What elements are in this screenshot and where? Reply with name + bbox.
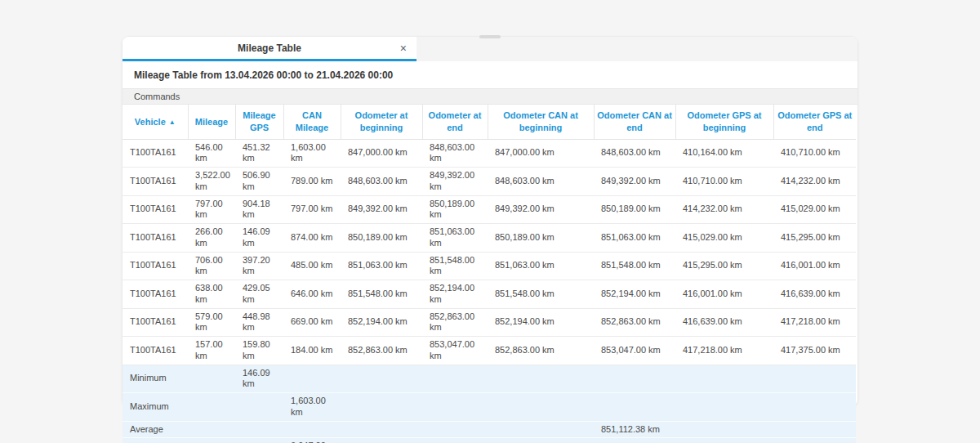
- table-cell: 849,392.00 km: [341, 195, 422, 224]
- table-row[interactable]: T100TA161797.00 km904.18 km797.00 km849,…: [122, 195, 856, 224]
- table-cell: 851,548.00 km: [488, 280, 594, 309]
- table-cell: 6,802,852.00 km: [488, 438, 594, 443]
- table-row[interactable]: T100TA1613,522.00 km506.90 km789.00 km84…: [122, 168, 856, 196]
- column-header-mileage-gps[interactable]: Mileage GPS: [235, 105, 283, 139]
- table-cell: [235, 438, 283, 443]
- table-cell: 159.80 km: [235, 337, 283, 365]
- table-row[interactable]: T100TA161546.00 km451.32 km1,603.00 km84…: [122, 139, 856, 168]
- table-cell: 157.00 km: [188, 337, 235, 365]
- table-cell: 414,232.00 km: [773, 168, 856, 196]
- vehicle-cell: T100TA161: [122, 224, 188, 253]
- table-cell: 852,194.00 km: [594, 280, 675, 309]
- table-cell: 417,375.00 km: [773, 337, 856, 365]
- table-cell: [188, 421, 235, 438]
- table-cell: 6,047.00 km: [283, 438, 341, 443]
- table-cell: 851,063.00 km: [422, 224, 488, 253]
- table-cell: 850,189.00 km: [594, 195, 675, 224]
- vehicle-cell: T100TA161: [122, 139, 188, 168]
- column-header-label: Odometer GPS at end: [777, 110, 852, 132]
- table-body: T100TA161546.00 km451.32 km1,603.00 km84…: [122, 139, 856, 443]
- table-cell: [675, 365, 773, 393]
- table-cell: 410,710.00 km: [773, 139, 856, 168]
- column-header-label: Odometer GPS at beginning: [687, 110, 761, 132]
- column-header-odometer-can-at-end[interactable]: Odometer CAN at end: [594, 105, 675, 139]
- table-cell: 506.90 km: [235, 168, 283, 196]
- column-header-mileage[interactable]: Mileage: [188, 105, 235, 139]
- table-cell: 850,189.00 km: [422, 195, 488, 224]
- sort-ascending-icon: ▲: [169, 119, 176, 126]
- column-header-label: Odometer at end: [429, 110, 482, 132]
- table-cell: [422, 421, 488, 438]
- table-cell: 849,392.00 km: [594, 168, 675, 196]
- column-header-odometer-at-end[interactable]: Odometer at end: [422, 105, 488, 139]
- table-row[interactable]: T100TA161579.00 km448.98 km669.00 km852,…: [122, 308, 856, 337]
- tab-bar: Mileage Table ×: [122, 37, 858, 61]
- mileage-table: Vehicle▲MileageMileage GPSCAN MileageOdo…: [122, 105, 856, 443]
- table-cell: 849,392.00 km: [488, 195, 594, 224]
- column-header-odometer-gps-at-end[interactable]: Odometer GPS at end: [773, 105, 856, 139]
- table-cell: 146.09 km: [235, 365, 283, 393]
- table-cell: [488, 421, 594, 438]
- column-header-can-mileage[interactable]: CAN Mileage: [283, 105, 341, 139]
- table-row[interactable]: T100TA161638.00 km429.05 km646.00 km851,…: [122, 280, 856, 309]
- table-row[interactable]: T100TA161706.00 km397.20 km485.00 km851,…: [122, 252, 856, 280]
- column-header-label: Vehicle: [135, 117, 166, 127]
- table-cell: [488, 393, 594, 422]
- table-cell: [341, 365, 422, 393]
- table-cell: [188, 393, 235, 422]
- column-header-odometer-can-at-beginning[interactable]: Odometer CAN at beginning: [488, 105, 594, 139]
- table-cell: [773, 421, 856, 438]
- table-cell: 852,194.00 km: [422, 280, 488, 309]
- table-cell: 266.00 km: [188, 224, 235, 253]
- column-header-label: Mileage GPS: [243, 110, 275, 132]
- table-cell: [773, 393, 856, 422]
- close-icon[interactable]: ×: [400, 43, 407, 54]
- table-cell: 904.18 km: [235, 195, 283, 224]
- column-header-odometer-gps-at-beginning[interactable]: Odometer GPS at beginning: [675, 105, 773, 139]
- table-cell: 848,603.00 km: [488, 168, 594, 196]
- table-cell: 184.00 km: [283, 337, 341, 365]
- table-cell: 850,189.00 km: [341, 224, 422, 253]
- column-header-vehicle[interactable]: Vehicle▲: [122, 105, 188, 139]
- commands-bar[interactable]: Commands: [122, 88, 858, 105]
- table-cell: 853,047.00 km: [594, 337, 675, 365]
- summary-row-average: Average851,112.38 km: [122, 421, 856, 438]
- vehicle-cell: T100TA161: [122, 168, 188, 196]
- vehicle-cell: T100TA161: [122, 252, 188, 280]
- table-cell: 852,863.00 km: [422, 308, 488, 337]
- tab-mileage-table[interactable]: Mileage Table ×: [122, 37, 416, 61]
- column-header-odometer-at-beginning[interactable]: Odometer at beginning: [341, 105, 422, 139]
- row-label: Maximum: [122, 393, 188, 422]
- column-header-label: Odometer at beginning: [355, 110, 408, 132]
- table-cell: 579.00 km: [188, 308, 235, 337]
- table-cell: 416,001.00 km: [773, 252, 856, 280]
- table-cell: 851,548.00 km: [422, 252, 488, 280]
- drag-handle[interactable]: [479, 35, 501, 38]
- table-cell: 852,194.00 km: [488, 308, 594, 337]
- table-cell: 850,189.00 km: [488, 224, 594, 253]
- table-cell: 415,295.00 km: [675, 252, 773, 280]
- header-row: Vehicle▲MileageMileage GPSCAN MileageOdo…: [122, 105, 856, 139]
- table-cell: [422, 438, 488, 443]
- table-cell: 414,232.00 km: [675, 195, 773, 224]
- table-cell: 546.00 km: [188, 139, 235, 168]
- table-cell: 853,047.00 km: [422, 337, 488, 365]
- vehicle-cell: T100TA161: [122, 337, 188, 365]
- table-cell: [422, 365, 488, 393]
- table-cell: 852,863.00 km: [488, 337, 594, 365]
- commands-label: Commands: [134, 92, 180, 101]
- table-row[interactable]: T100TA161157.00 km159.80 km184.00 km852,…: [122, 337, 856, 365]
- summary-row-minimum: Minimum146.09 km: [122, 365, 856, 393]
- vehicle-cell: T100TA161: [122, 308, 188, 337]
- table-row[interactable]: T100TA161266.00 km146.09 km874.00 km850,…: [122, 224, 856, 253]
- table-cell: [488, 365, 594, 393]
- column-header-label: Mileage: [195, 117, 228, 127]
- table-cell: 417,218.00 km: [675, 337, 773, 365]
- vehicle-cell: T100TA161: [122, 195, 188, 224]
- table-cell: 415,029.00 km: [675, 224, 773, 253]
- table-cell: 417,218.00 km: [773, 308, 856, 337]
- table-cell: 416,001.00 km: [675, 280, 773, 309]
- table-cell: [675, 393, 773, 422]
- table-cell: 485.00 km: [283, 252, 341, 280]
- table-cell: [675, 421, 773, 438]
